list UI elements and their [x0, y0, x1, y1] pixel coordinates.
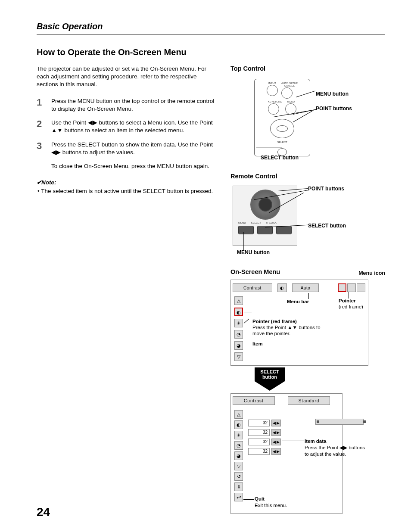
remote-control-diagram: MENU SELECT R-CLICK POINT buttons SELECT… [230, 182, 385, 260]
note-block: ✔Note: The selected item is not active u… [37, 179, 218, 195]
lr-adjust: ◀ ▶ [271, 429, 281, 436]
note-heading: ✔Note: [37, 179, 218, 186]
chapter-title: Basic Operation [37, 22, 385, 34]
side2-store: ⇩ [234, 482, 243, 491]
value-slider [315, 419, 364, 425]
menu-icon-label: Menu icon [358, 270, 385, 276]
step-text: Use the Point ◀▶ buttons to select a Men… [51, 119, 218, 134]
side-icon-contrast: ◐ [234, 308, 243, 316]
menubar-icon: ◐ [277, 283, 287, 292]
lr-adjust: ◀ ▶ [271, 439, 281, 445]
remote-control-heading: Remote Control [230, 173, 385, 180]
remote-select-label: SELECT button [308, 223, 346, 229]
side-icon-item: ◔ [234, 330, 243, 339]
side2-contrast: ◐ [234, 420, 243, 429]
step-number: 3 [37, 141, 51, 151]
step-3: 3 Press the SELECT button to show the it… [37, 141, 218, 156]
menu-label: MENU [285, 100, 296, 103]
remote-point-wheel [250, 190, 280, 220]
side2-quit: ⮐ [234, 493, 243, 501]
menu-icon-item [357, 283, 365, 292]
quit-label: QuitExit this menu. [255, 496, 287, 509]
side2-up: △ [234, 410, 243, 419]
remote-menu-button [238, 226, 254, 234]
step-text: Press the MENU button on the top control… [51, 97, 218, 113]
step-1: 1 Press the MENU button on the top contr… [37, 97, 218, 113]
autosetup-label: AUTO SETUP CANCEL [281, 82, 298, 87]
rc-rclick-lbl: R-CLICK [266, 221, 277, 224]
remote-rclick-button [276, 226, 292, 234]
side-icon-item: ◕ [234, 341, 243, 350]
value-box: 32 [248, 420, 270, 426]
input-button [267, 85, 278, 96]
menubar-selection: Auto [292, 283, 319, 292]
osm-heading: On-Screen Menu [230, 268, 280, 275]
menubar2-name: Contrast [233, 396, 275, 405]
pointer-label: Pointer(red frame) [339, 298, 363, 310]
side2-bright: ☀ [234, 431, 243, 439]
select-label: SELECT [277, 141, 287, 143]
menu-icon-item [347, 283, 356, 292]
closing-text: To close the On-Screen Menu, press the M… [51, 162, 218, 170]
menu-icon-highlighted [338, 283, 346, 292]
menubar2-selection: Standard [288, 396, 330, 405]
remote-menu-label: MENU button [237, 249, 270, 255]
side2-reset: ↺ [234, 472, 243, 481]
lr-adjust: ◀ ▶ [271, 420, 281, 426]
value-box: 32 [248, 439, 270, 445]
remote-point-label: POINT buttons [308, 186, 344, 192]
top-control-diagram: INPUT AUTO SETUP CANCEL KEYSTONE MENU SE… [230, 75, 385, 165]
step-number: 2 [37, 119, 51, 129]
autosetup-button [281, 87, 293, 99]
input-label: INPUT [267, 82, 278, 84]
rc-select-lbl: SELECT [251, 221, 261, 224]
item-label: Item [252, 341, 263, 347]
side2-item: ◕ [234, 451, 243, 460]
menu-bar-label: Menu bar [287, 299, 309, 305]
keystone-label: KEYSTONE [268, 100, 282, 103]
step-number: 1 [37, 97, 51, 108]
value-box: 32 [248, 448, 270, 455]
item-data-label: Item dataPress the Point ◀▶ buttons to a… [305, 438, 369, 457]
side-icon-down: ▽ [234, 352, 243, 361]
osm-frame-before: Contrast ◐ Auto △ ◐ ☀ ◔ ◕ ▽ [230, 280, 368, 366]
point-buttons-label: POINT buttons [316, 106, 352, 112]
pointer-desc: Pointer (red frame)Press the Point ▲▼ bu… [252, 319, 330, 336]
section-title: How to Operate the On-Screen Menu [37, 47, 385, 57]
side-icon-brightness: ☀ [234, 319, 243, 327]
select-arrow: SELECT button [255, 367, 285, 391]
side2-down: ▽ [234, 462, 243, 470]
side2-item: ◔ [234, 441, 243, 450]
point-dial [270, 119, 294, 138]
page-number: 24 [37, 505, 50, 519]
menu-button-label: MENU button [316, 91, 349, 97]
keystone-button [268, 103, 279, 115]
step-2: 2 Use the Point ◀▶ buttons to select a M… [37, 119, 218, 134]
value-box: 32 [248, 429, 270, 436]
top-control-heading: Top Control [230, 65, 385, 72]
rc-menu-lbl: MENU [238, 221, 246, 224]
intro-paragraph: The projector can be adjusted or set via… [37, 65, 218, 89]
note-body: The selected item is not active until th… [41, 187, 218, 195]
side-icon-up: △ [234, 296, 243, 305]
step-text: Press the SELECT button to show the item… [51, 141, 218, 156]
menubar-name: Contrast [233, 283, 272, 292]
select-button-label: SELECT button [261, 155, 299, 161]
lr-adjust: ◀ ▶ [271, 448, 281, 455]
